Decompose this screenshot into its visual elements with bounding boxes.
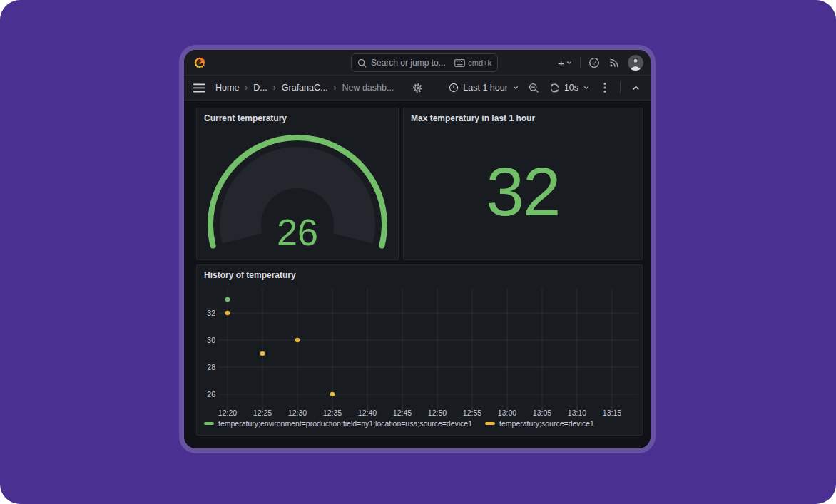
chevron-up-icon <box>631 83 641 93</box>
x-tick-label: 13:15 <box>603 408 621 417</box>
chevron-right-icon: › <box>333 83 336 93</box>
y-tick-label: 26 <box>207 390 215 398</box>
x-tick-label: 13:00 <box>498 408 516 417</box>
x-tick-label: 12:55 <box>463 408 481 417</box>
add-button[interactable]: + <box>558 54 573 71</box>
x-tick-label: 12:35 <box>323 408 342 417</box>
grafana-logo-icon[interactable] <box>193 56 206 69</box>
kebab-icon <box>603 82 606 93</box>
search-icon <box>357 58 367 68</box>
legend-dash-icon <box>485 422 495 425</box>
user-avatar[interactable] <box>628 55 643 71</box>
data-point <box>330 392 335 396</box>
breadcrumb-home[interactable]: Home <box>215 83 239 93</box>
panel-title[interactable]: History of temperatury <box>197 265 642 280</box>
x-tick-label: 13:10 <box>568 408 586 417</box>
collapse-toolbar-button[interactable] <box>629 79 642 96</box>
panel-history: History of temperatury 2628303212:2012:2… <box>196 264 643 436</box>
zoom-out-button[interactable] <box>528 79 541 96</box>
help-button[interactable]: ? <box>588 54 601 71</box>
dashboard-settings-button[interactable] <box>411 79 424 96</box>
topbar-divider <box>580 57 581 68</box>
svg-text:?: ? <box>593 59 596 66</box>
scatter-plot: 2628303212:2012:2512:3012:3512:4012:4512… <box>197 280 642 417</box>
chart-legend: temperatury;environment=production;field… <box>197 417 642 430</box>
x-tick-label: 12:30 <box>288 408 307 417</box>
gauge-arc: 26 <box>197 123 398 254</box>
topbar-actions: + ? <box>558 50 643 76</box>
data-point <box>225 311 230 315</box>
breadcrumb-current: New dashb... <box>342 83 394 93</box>
panel-title[interactable]: Current temperatury <box>197 108 398 123</box>
dashboard-grid: Current temperatury 26 Max temperatury i… <box>184 101 651 448</box>
caret-down-icon <box>566 59 573 66</box>
page: Search or jump to... cmd+k + <box>0 0 836 504</box>
y-tick-label: 30 <box>207 336 215 344</box>
legend-item[interactable]: temperatury;environment=production;field… <box>204 419 472 428</box>
breadcrumb-dashboards[interactable]: D... <box>253 83 267 93</box>
search-placeholder: Search or jump to... <box>371 58 450 68</box>
gear-icon <box>412 83 423 93</box>
x-tick-label: 12:50 <box>428 408 447 417</box>
x-tick-label: 12:25 <box>253 408 272 417</box>
help-icon: ? <box>588 57 600 68</box>
y-tick-label: 28 <box>207 363 215 371</box>
dashboard-toolbar: Home › D... › GrafanaC... › New dashb...… <box>184 76 651 101</box>
gauge: 26 <box>197 123 398 259</box>
caret-down-icon <box>583 84 590 91</box>
refresh-icon <box>549 83 560 93</box>
breadcrumb-folder[interactable]: GrafanaC... <box>282 83 328 93</box>
legend-label: temperatury;source=device1 <box>499 419 594 428</box>
stat-value: 32 <box>486 158 560 226</box>
news-icon <box>608 57 620 68</box>
zoom-out-icon <box>529 83 539 93</box>
keyboard-icon <box>454 59 465 67</box>
grafana-app: Search or jump to... cmd+k + <box>184 50 651 448</box>
stat: 32 <box>404 123 642 259</box>
toolbar-right: Last 1 hour 10s <box>449 79 642 96</box>
y-tick-label: 32 <box>207 309 215 317</box>
chevron-right-icon: › <box>273 83 276 93</box>
breadcrumb: Home › D... › GrafanaC... › New dashb... <box>215 83 394 93</box>
legend-label: temperatury;environment=production;field… <box>218 419 472 428</box>
mega-menu-button[interactable] <box>193 79 205 96</box>
refresh-picker[interactable]: 10s <box>549 83 590 93</box>
panel-current-temperature: Current temperatury 26 <box>196 108 399 260</box>
data-point <box>225 297 230 302</box>
search-input[interactable]: Search or jump to... cmd+k <box>351 53 498 72</box>
legend-item[interactable]: temperatury;source=device1 <box>485 419 594 428</box>
plus-icon: + <box>558 57 564 69</box>
top-bar: Search or jump to... cmd+k + <box>184 50 651 76</box>
data-point <box>295 338 300 342</box>
more-options-button[interactable] <box>598 79 611 96</box>
chevron-right-icon: › <box>245 83 248 93</box>
toolbar-divider <box>620 82 621 93</box>
x-tick-label: 12:20 <box>218 408 237 417</box>
news-button[interactable] <box>608 54 621 71</box>
time-range-picker[interactable]: Last 1 hour <box>449 83 519 93</box>
caret-down-icon <box>512 84 519 91</box>
gauge-value: 26 <box>277 212 318 253</box>
panel-max-temperature: Max temperatury in last 1 hour 32 <box>403 108 643 260</box>
clock-icon <box>449 83 459 93</box>
search-shortcut: cmd+k <box>454 58 491 67</box>
grafana-window: Search or jump to... cmd+k + <box>179 45 656 453</box>
panel-title[interactable]: Max temperatury in last 1 hour <box>404 108 642 123</box>
x-tick-label: 13:05 <box>533 408 551 417</box>
menu-icon <box>193 83 205 93</box>
x-tick-label: 12:45 <box>393 408 412 417</box>
legend-dash-icon <box>204 422 214 425</box>
x-tick-label: 12:40 <box>358 408 377 417</box>
data-point <box>260 351 265 356</box>
